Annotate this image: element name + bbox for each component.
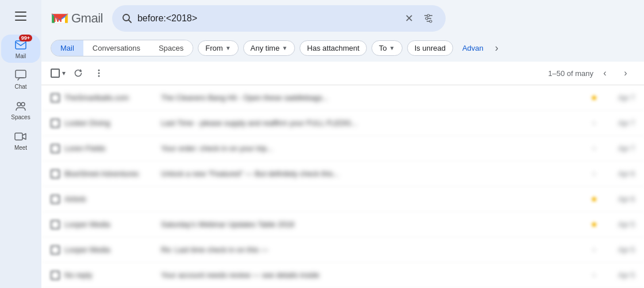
meet-icon: [14, 130, 28, 143]
svg-point-2: [17, 103, 21, 106]
attachment-chip-label: Has attachment: [307, 44, 359, 52]
from-chip-label: From: [205, 44, 223, 52]
table-row[interactable]: Loren Fields Your order: check in on you…: [41, 136, 644, 161]
menu-button[interactable]: [9, 5, 32, 28]
email-checkbox[interactable]: [51, 144, 60, 153]
star-icon[interactable]: ☆: [590, 118, 601, 129]
email-time: Apr 5: [606, 221, 635, 229]
table-row[interactable]: Airbnb ★ Apr 6: [41, 187, 644, 212]
email-content: The Cleaners Bang Hit - Open these saddl…: [161, 93, 585, 102]
anytime-chip-label: Any time: [251, 44, 280, 52]
star-icon[interactable]: ☆: [590, 270, 601, 281]
toolbar-right: 1–50 of many ‹ ›: [548, 64, 635, 82]
email-time: Apr 6: [606, 170, 635, 178]
to-chip-label: To: [379, 44, 387, 52]
star-icon[interactable]: ★: [590, 219, 601, 230]
sidebar: 99+ Mail Chat Spaces: [0, 0, 41, 288]
email-sender: Loren Fields: [64, 144, 156, 153]
email-time: Apr 7: [606, 145, 635, 153]
svg-rect-0: [16, 41, 26, 49]
search-options-button[interactable]: [420, 10, 436, 26]
email-sender: No reply: [64, 271, 156, 279]
star-icon[interactable]: ☆: [590, 244, 601, 256]
email-time: Apr 6: [606, 195, 635, 203]
main-content: M Gmail ✕: [41, 0, 644, 288]
sidebar-item-meet[interactable]: Meet: [1, 126, 40, 154]
email-checkbox[interactable]: [51, 271, 60, 280]
star-icon[interactable]: ★: [590, 92, 601, 104]
email-sender: Looker Diving: [64, 119, 156, 127]
email-checkbox[interactable]: [51, 119, 60, 128]
filter-chip-anytime[interactable]: Any time ▼: [243, 40, 295, 56]
table-row[interactable]: TheSmartballs.com The Cleaners Bang Hit …: [41, 85, 644, 111]
star-icon[interactable]: ☆: [590, 143, 601, 154]
refresh-button[interactable]: [69, 64, 87, 82]
email-time: Apr 5: [606, 246, 635, 254]
email-checkbox[interactable]: [51, 245, 60, 255]
chat-icon: [14, 69, 28, 82]
tab-conversations[interactable]: Conversations: [83, 40, 150, 56]
table-row[interactable]: Looper Media Saturday's Webinar Updates …: [41, 212, 644, 237]
table-row[interactable]: Looper Media Re: Last time check in on t…: [41, 237, 644, 263]
prev-page-button[interactable]: ‹: [596, 64, 614, 82]
email-sender: Looper Media: [64, 220, 156, 229]
filter-chip-from[interactable]: From ▼: [198, 40, 238, 56]
table-row[interactable]: BlueStreet Adventures Unlock a new "Feat…: [41, 161, 644, 187]
svg-point-7: [123, 14, 129, 21]
gmail-logo[interactable]: M Gmail: [51, 9, 103, 28]
sidebar-item-chat[interactable]: Chat: [1, 65, 40, 93]
svg-point-12: [425, 17, 428, 20]
filter-chip-unread[interactable]: Is unread: [407, 40, 453, 56]
spaces-icon: [14, 99, 28, 113]
email-sender: TheSmartballs.com: [64, 93, 156, 102]
filter-more-button[interactable]: ›: [493, 39, 501, 57]
filter-advanced-link[interactable]: Advan: [458, 41, 488, 55]
sidebar-mail-label: Mail: [16, 53, 26, 59]
next-page-button[interactable]: ›: [616, 64, 635, 82]
unread-chip-label: Is unread: [415, 44, 446, 52]
filter-chip-attachment[interactable]: Has attachment: [300, 40, 367, 56]
search-bar[interactable]: ✕: [112, 5, 446, 32]
svg-rect-1: [16, 70, 26, 78]
email-checkbox[interactable]: [51, 93, 60, 103]
select-caret[interactable]: ▾: [61, 68, 67, 78]
filter-chip-to[interactable]: To ▼: [371, 40, 402, 56]
search-clear-button[interactable]: ✕: [402, 10, 416, 27]
gmail-logo-text: Gmail: [71, 11, 103, 26]
toolbar: ▾ 1–50 of many ‹ ›: [41, 62, 644, 85]
to-chip-arrow: ▼: [389, 45, 395, 51]
sidebar-item-spaces[interactable]: Spaces: [1, 96, 40, 124]
table-row[interactable]: Looker Diving Last Time - please supply …: [41, 111, 644, 136]
select-all-checkbox[interactable]: [51, 69, 60, 78]
email-content: [161, 195, 585, 203]
search-input[interactable]: [137, 13, 398, 24]
email-content: Your account needs review — see details …: [161, 271, 585, 279]
svg-point-13: [430, 20, 432, 22]
email-list: TheSmartballs.com The Cleaners Bang Hit …: [41, 85, 644, 288]
email-time: Apr 7: [606, 94, 635, 102]
table-row[interactable]: No reply Your account needs review — see…: [41, 263, 644, 288]
anytime-chip-arrow: ▼: [282, 45, 288, 51]
star-icon[interactable]: ★: [590, 194, 601, 205]
email-sender: Looper Media: [64, 245, 156, 254]
tab-group: Mail Conversations Spaces: [51, 40, 193, 56]
more-options-button[interactable]: [90, 64, 108, 82]
email-content: Unlock a new "Featured" — But definitely…: [161, 169, 585, 178]
star-icon[interactable]: ☆: [590, 168, 601, 180]
sidebar-spaces-label: Spaces: [11, 114, 30, 120]
toolbar-left: ▾: [51, 64, 546, 82]
svg-point-14: [98, 70, 100, 71]
email-checkbox[interactable]: [51, 220, 60, 229]
svg-point-3: [21, 103, 25, 106]
tab-mail[interactable]: Mail: [51, 40, 83, 56]
sidebar-item-mail[interactable]: 99+ Mail: [1, 35, 40, 63]
email-content: Last Time - please supply and reaffirm y…: [161, 119, 585, 127]
email-sender: BlueStreet Adventures: [64, 169, 156, 178]
sidebar-chat-label: Chat: [14, 84, 26, 90]
email-checkbox[interactable]: [51, 195, 60, 204]
svg-point-15: [98, 73, 100, 74]
sidebar-meet-label: Meet: [14, 145, 27, 151]
from-chip-arrow: ▼: [225, 45, 231, 51]
tab-spaces[interactable]: Spaces: [150, 40, 193, 56]
email-checkbox[interactable]: [51, 169, 60, 179]
